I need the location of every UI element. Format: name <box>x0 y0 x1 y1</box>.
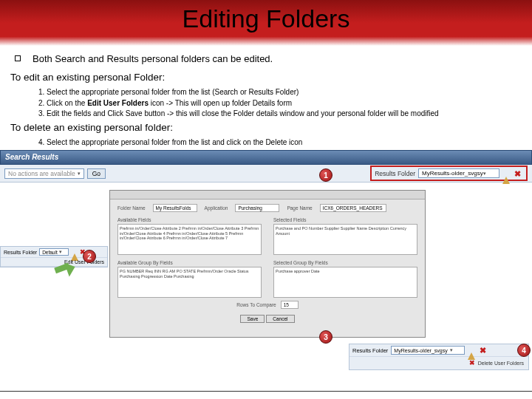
footer-line <box>0 391 532 392</box>
sel-group-list[interactable]: Purchase approver Date <box>273 267 417 298</box>
available-fields-list[interactable]: Prefrmn in/Order/Close Attribute 2 Prefr… <box>117 224 262 255</box>
chevron-down-icon: ▾ <box>78 171 81 177</box>
page-name-input[interactable]: ICX6_ORDERS_HEADERS <box>320 204 386 212</box>
br-label: Results Folder <box>352 347 388 354</box>
step-2: 2. Click on the Edit User Folders icon -… <box>38 98 522 109</box>
application-input[interactable]: Purchasing <box>235 204 279 212</box>
actions-dropdown[interactable]: No actions are available ▾ <box>4 168 84 179</box>
folder-details-dialog: Folder Name My ResultsFolds Application … <box>109 190 426 338</box>
delete-icon[interactable]: ✖ <box>514 169 523 178</box>
action-row: No actions are available ▾ Go Results Fo… <box>0 165 532 183</box>
delete-icon[interactable]: ✖ <box>480 346 488 355</box>
action-left: No actions are available ▾ Go <box>4 168 106 179</box>
search-results-label: Search Results <box>1 151 531 163</box>
chevron-down-icon: ▾ <box>59 249 62 255</box>
step-4: 4. Select the appropriate personal folde… <box>38 137 522 148</box>
chevron-down-icon: ▾ <box>450 347 453 353</box>
page-title: Editing Folders <box>0 4 532 33</box>
br-dropdown[interactable]: MyResults-older_svgsy ▾ <box>391 346 465 355</box>
selected-fields-head: Selected Fields <box>273 217 417 222</box>
lp-dropdown[interactable]: Default ▾ <box>39 248 69 256</box>
edit-pencil-icon[interactable] <box>468 346 477 355</box>
edit-pencil-icon[interactable] <box>71 248 78 256</box>
search-results-bar: Search Results <box>0 150 532 165</box>
dialog-titlebar <box>110 191 425 200</box>
lp-label: Results Folder <box>4 250 37 255</box>
callout-4: 4 <box>517 344 531 357</box>
screenshot-area: Search Results No actions are available … <box>0 150 532 372</box>
results-folder-highlight: Results Folder MyResults-older_svgsy ▾ ✖ <box>370 166 528 181</box>
square-bullet-icon <box>15 55 21 61</box>
page-name-label: Page Name <box>287 205 312 211</box>
br-sub-label: Delete User Folders <box>478 361 524 366</box>
chevron-down-icon: ▾ <box>483 171 486 177</box>
save-button[interactable]: Save <box>240 315 265 323</box>
rows-input[interactable]: 15 <box>281 301 299 309</box>
bottom-right-panel: Results Folder MyResults-older_svgsy ▾ ✖… <box>349 344 529 370</box>
callout-2: 2 <box>83 250 96 263</box>
step-3: 3. Edit the fields and Click Save button… <box>38 109 522 119</box>
section-edit-heading: To edit an existing personal Folder: <box>10 72 522 83</box>
folder-name-label: Folder Name <box>117 205 146 211</box>
available-fields-head: Available Fields <box>117 217 262 222</box>
selected-fields-list[interactable]: Purchase and PO Number Supplier Supplier… <box>273 224 417 255</box>
delete-icon[interactable]: ✖ <box>469 359 475 366</box>
delete-steps: 4. Select the appropriate personal folde… <box>38 137 522 148</box>
step-1: 1. Select the appropriate personal folde… <box>38 87 522 98</box>
results-folder-label: Results Folder <box>375 170 415 177</box>
application-label: Application <box>205 205 228 211</box>
bullet-text: Both Search and Results personal folders… <box>33 53 273 64</box>
dialog-body: Folder Name My ResultsFolds Application … <box>110 200 425 326</box>
go-button[interactable]: Go <box>87 168 106 179</box>
content: Both Search and Results personal folders… <box>0 46 532 147</box>
avail-group-head: Available Group By Fields <box>117 260 262 265</box>
bullet-row: Both Search and Results personal folders… <box>15 53 522 64</box>
edit-steps: 1. Select the appropriate personal folde… <box>38 87 522 119</box>
section-delete-heading: To delete an existing personal folder: <box>10 122 522 133</box>
callout-3: 3 <box>319 330 332 344</box>
avail-group-list[interactable]: PG NUMBER Req INN RG AM PO STATE Prefrmn… <box>117 267 262 298</box>
header-band: Editing Folders <box>0 0 532 46</box>
results-folder-dropdown[interactable]: MyResults-older_svgsy ▾ <box>418 168 499 178</box>
rows-label: Rows To Compare <box>236 302 276 307</box>
edit-pencil-icon[interactable] <box>502 169 511 178</box>
folder-name-input[interactable]: My ResultsFolds <box>153 204 197 212</box>
cancel-button[interactable]: Cancel <box>266 315 294 323</box>
callout-1: 1 <box>319 168 332 182</box>
sel-group-head: Selected Group By Fields <box>273 260 417 265</box>
